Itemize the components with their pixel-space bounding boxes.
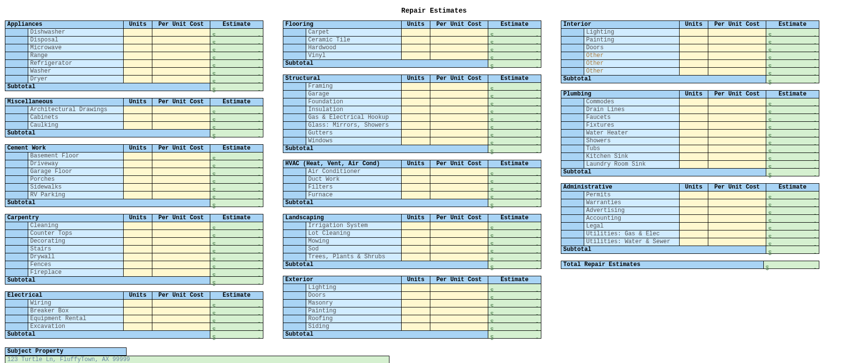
per-unit-cost-input[interactable] xyxy=(708,122,766,130)
units-input[interactable] xyxy=(680,137,708,145)
units-input[interactable] xyxy=(680,215,708,223)
units-input[interactable] xyxy=(402,246,430,253)
per-unit-cost-input[interactable] xyxy=(708,68,766,76)
per-unit-cost-input[interactable] xyxy=(708,106,766,114)
units-input[interactable] xyxy=(124,122,152,130)
per-unit-cost-input[interactable] xyxy=(430,122,488,130)
per-unit-cost-input[interactable] xyxy=(430,44,488,52)
units-input[interactable] xyxy=(680,191,708,199)
units-input[interactable] xyxy=(124,168,152,176)
per-unit-cost-input[interactable] xyxy=(430,238,488,246)
units-input[interactable] xyxy=(124,76,152,83)
per-unit-cost-input[interactable] xyxy=(152,253,210,261)
per-unit-cost-input[interactable] xyxy=(430,323,488,331)
units-input[interactable] xyxy=(402,83,430,91)
per-unit-cost-input[interactable] xyxy=(430,246,488,253)
per-unit-cost-input[interactable] xyxy=(152,44,210,52)
units-input[interactable] xyxy=(680,230,708,238)
per-unit-cost-input[interactable] xyxy=(152,222,210,230)
units-input[interactable] xyxy=(402,52,430,60)
units-input[interactable] xyxy=(680,153,708,161)
per-unit-cost-input[interactable] xyxy=(430,114,488,122)
per-unit-cost-input[interactable] xyxy=(708,37,766,44)
per-unit-cost-input[interactable] xyxy=(152,114,210,122)
units-input[interactable] xyxy=(680,199,708,207)
units-input[interactable] xyxy=(402,292,430,300)
units-input[interactable] xyxy=(680,37,708,44)
per-unit-cost-input[interactable] xyxy=(430,284,488,292)
per-unit-cost-input[interactable] xyxy=(152,122,210,130)
per-unit-cost-input[interactable] xyxy=(152,29,210,37)
per-unit-cost-input[interactable] xyxy=(430,29,488,37)
units-input[interactable] xyxy=(124,52,152,60)
per-unit-cost-input[interactable] xyxy=(708,60,766,68)
per-unit-cost-input[interactable] xyxy=(708,137,766,145)
units-input[interactable] xyxy=(680,238,708,246)
per-unit-cost-input[interactable] xyxy=(430,315,488,323)
units-input[interactable] xyxy=(680,145,708,153)
per-unit-cost-input[interactable] xyxy=(152,76,210,83)
per-unit-cost-input[interactable] xyxy=(708,145,766,153)
units-input[interactable] xyxy=(680,161,708,169)
units-input[interactable] xyxy=(124,222,152,230)
per-unit-cost-input[interactable] xyxy=(430,253,488,261)
per-unit-cost-input[interactable] xyxy=(708,223,766,230)
units-input[interactable] xyxy=(402,29,430,37)
units-input[interactable] xyxy=(680,114,708,122)
units-input[interactable] xyxy=(680,106,708,114)
per-unit-cost-input[interactable] xyxy=(152,153,210,160)
per-unit-cost-input[interactable] xyxy=(152,160,210,168)
per-unit-cost-input[interactable] xyxy=(430,230,488,238)
per-unit-cost-input[interactable] xyxy=(708,207,766,215)
per-unit-cost-input[interactable] xyxy=(152,261,210,269)
per-unit-cost-input[interactable] xyxy=(152,246,210,253)
per-unit-cost-input[interactable] xyxy=(708,199,766,207)
units-input[interactable] xyxy=(402,230,430,238)
units-input[interactable] xyxy=(124,29,152,37)
units-input[interactable] xyxy=(402,184,430,191)
per-unit-cost-input[interactable] xyxy=(708,238,766,246)
per-unit-cost-input[interactable] xyxy=(430,137,488,145)
per-unit-cost-input[interactable] xyxy=(708,191,766,199)
per-unit-cost-input[interactable] xyxy=(152,323,210,331)
per-unit-cost-input[interactable] xyxy=(152,184,210,191)
per-unit-cost-input[interactable] xyxy=(152,300,210,307)
per-unit-cost-input[interactable] xyxy=(152,315,210,323)
units-input[interactable] xyxy=(124,184,152,191)
units-input[interactable] xyxy=(124,37,152,44)
units-input[interactable] xyxy=(402,238,430,246)
per-unit-cost-input[interactable] xyxy=(152,238,210,246)
per-unit-cost-input[interactable] xyxy=(430,168,488,176)
units-input[interactable] xyxy=(402,176,430,184)
per-unit-cost-input[interactable] xyxy=(152,269,210,277)
units-input[interactable] xyxy=(124,44,152,52)
per-unit-cost-input[interactable] xyxy=(430,307,488,315)
per-unit-cost-input[interactable] xyxy=(430,184,488,191)
units-input[interactable] xyxy=(402,191,430,199)
units-input[interactable] xyxy=(124,106,152,114)
units-input[interactable] xyxy=(124,261,152,269)
units-input[interactable] xyxy=(124,238,152,246)
units-input[interactable] xyxy=(680,130,708,137)
units-input[interactable] xyxy=(402,307,430,315)
per-unit-cost-input[interactable] xyxy=(152,307,210,315)
units-input[interactable] xyxy=(402,222,430,230)
units-input[interactable] xyxy=(680,122,708,130)
units-input[interactable] xyxy=(124,300,152,307)
units-input[interactable] xyxy=(124,315,152,323)
units-input[interactable] xyxy=(402,300,430,307)
units-input[interactable] xyxy=(124,160,152,168)
units-input[interactable] xyxy=(124,253,152,261)
subject-property-value[interactable]: 123 Turtle Ln, FluffyTown, AX 99999 xyxy=(5,356,389,363)
units-input[interactable] xyxy=(124,323,152,331)
units-input[interactable] xyxy=(124,246,152,253)
per-unit-cost-input[interactable] xyxy=(430,37,488,44)
units-input[interactable] xyxy=(402,168,430,176)
per-unit-cost-input[interactable] xyxy=(708,161,766,169)
per-unit-cost-input[interactable] xyxy=(152,191,210,199)
per-unit-cost-input[interactable] xyxy=(708,130,766,137)
per-unit-cost-input[interactable] xyxy=(430,98,488,106)
units-input[interactable] xyxy=(402,91,430,98)
per-unit-cost-input[interactable] xyxy=(152,176,210,184)
per-unit-cost-input[interactable] xyxy=(430,176,488,184)
